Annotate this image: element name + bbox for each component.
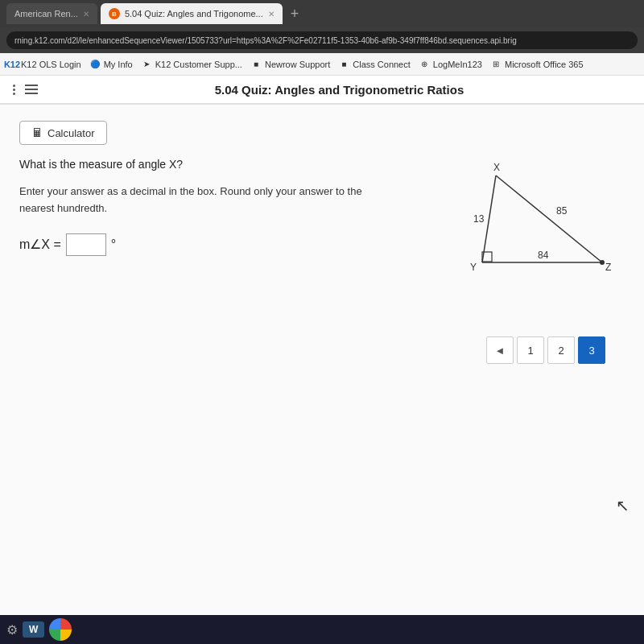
label-z: Z <box>605 262 611 273</box>
page-2-button[interactable]: 2 <box>547 336 575 364</box>
browser-chrome: American Ren... ✕ B 5.04 Quiz: Angles an… <box>0 0 644 105</box>
bookmark-newrow[interactable]: ■ Newrow Support <box>250 59 330 70</box>
tab-favicon: B <box>109 8 120 19</box>
prev-button[interactable]: ◄ <box>486 336 514 364</box>
tab-quiz[interactable]: B 5.04 Quiz: Angles and Trigonome... ✕ <box>101 3 283 24</box>
bookmark-office365[interactable]: ⊞ Microsoft Office 365 <box>490 59 584 70</box>
side-xz-label: 85 <box>556 205 568 217</box>
address-text: rning.k12.com/d2l/le/enhancedSequenceVie… <box>14 36 517 45</box>
question-layout: What is the measure of angle X? Enter yo… <box>19 158 625 319</box>
arrow-icon: ➤ <box>141 59 152 70</box>
hamburger-line <box>25 89 38 90</box>
dot <box>13 85 15 87</box>
quiz-title: 5.04 Quiz: Angles and Trigonometric Rati… <box>47 83 631 97</box>
tab-american-ren[interactable]: American Ren... ✕ <box>6 3 97 24</box>
question-text-area: What is the measure of angle X? Enter yo… <box>19 158 399 256</box>
bookmark-label: Newrow Support <box>265 60 330 69</box>
circle-icon: 🔵 <box>89 59 101 70</box>
grid-icon: ⊞ <box>490 59 502 70</box>
page-1-button[interactable]: 1 <box>517 336 544 364</box>
svg-point-4 <box>600 260 605 265</box>
tab-bar: American Ren... ✕ B 5.04 Quiz: Angles an… <box>0 0 644 27</box>
k12-icon: K12 <box>6 59 18 70</box>
quiz-header: 5.04 Quiz: Angles and Trigonometric Rati… <box>0 76 644 105</box>
triangle-diagram: X Y Z 13 84 85 <box>415 158 625 319</box>
gear-icon[interactable]: ⚙ <box>6 622 18 638</box>
svg-line-2 <box>496 175 602 262</box>
bookmarks-bar: K12 K12 OLS Login 🔵 My Info ➤ K12 Custom… <box>0 53 644 76</box>
bookmark-label: LogMeIn123 <box>433 60 482 69</box>
bookmark-k12-support[interactable]: ➤ K12 Customer Supp... <box>141 59 242 70</box>
hamburger-menu[interactable] <box>25 85 38 94</box>
degree-symbol: ° <box>111 237 116 252</box>
address-bar[interactable]: rning.k12.com/d2l/le/enhancedSequenceVie… <box>6 31 638 49</box>
bookmark-logmein[interactable]: ⊕ LogMeIn123 <box>419 59 482 70</box>
diagram-area: X Y Z 13 84 85 <box>415 158 625 319</box>
dot <box>13 93 15 95</box>
address-bar-row: rning.k12.com/d2l/le/enhancedSequenceVie… <box>0 27 644 53</box>
bookmark-label: K12 OLS Login <box>21 60 81 69</box>
new-tab-button[interactable]: + <box>286 6 304 23</box>
answer-label: m∠X = <box>19 237 61 252</box>
hamburger-line <box>25 93 38 94</box>
word-app-button[interactable]: W <box>23 621 44 638</box>
bookmark-label: Class Connect <box>353 60 411 69</box>
side-yz-label: 84 <box>538 250 549 261</box>
calculator-label: Calculator <box>47 127 95 139</box>
label-x: X <box>493 162 500 173</box>
bookmark-k12-ols[interactable]: K12 K12 OLS Login <box>6 59 81 70</box>
plus-circle-icon: ⊕ <box>419 59 430 70</box>
label-y: Y <box>470 262 477 273</box>
main-content: 🖩 Calculator What is the measure of angl… <box>0 105 644 644</box>
bookmark-my-info[interactable]: 🔵 My Info <box>89 59 133 70</box>
page-3-button[interactable]: 3 <box>578 336 605 364</box>
answer-row: m∠X = ° <box>19 233 399 256</box>
bookmark-label: Microsoft Office 365 <box>505 60 584 69</box>
square2-icon: ■ <box>338 59 349 70</box>
quiz-body: 🖩 Calculator What is the measure of angl… <box>0 105 644 644</box>
square-icon: ■ <box>250 59 262 70</box>
svg-line-0 <box>482 175 496 262</box>
dots-menu[interactable] <box>13 85 15 95</box>
calculator-button[interactable]: 🖩 Calculator <box>19 121 107 145</box>
tab-label: 5.04 Quiz: Angles and Trigonome... <box>125 9 263 19</box>
tab-label: American Ren... <box>14 9 78 19</box>
question-text: What is the measure of angle X? <box>19 158 399 171</box>
side-xy-label: 13 <box>473 213 485 225</box>
tab-close-icon[interactable]: ✕ <box>268 10 275 19</box>
chrome-app-button[interactable] <box>49 618 72 641</box>
nav-buttons: ◄ 1 2 3 <box>19 327 625 374</box>
taskbar: ⚙ W <box>0 615 644 644</box>
instructions-text: Enter your answer as a decimal in the bo… <box>19 184 399 217</box>
bookmark-label: K12 Customer Supp... <box>155 60 242 69</box>
calculator-icon: 🖩 <box>31 126 43 139</box>
bookmark-class-connect[interactable]: ■ Class Connect <box>338 59 411 70</box>
hamburger-line <box>25 85 38 86</box>
bookmark-label: My Info <box>104 60 133 69</box>
dot <box>13 89 15 91</box>
answer-input[interactable] <box>66 233 106 256</box>
tab-close-icon[interactable]: ✕ <box>83 10 89 19</box>
